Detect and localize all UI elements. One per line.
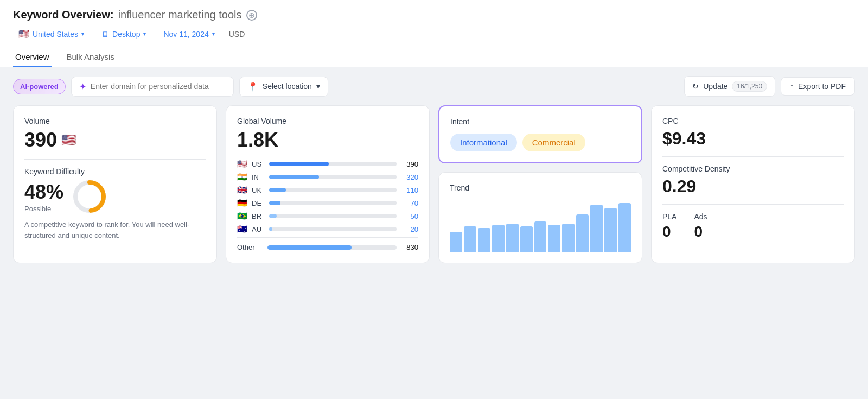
domain-input-wrapper[interactable]: ✦ (71, 77, 234, 97)
country-row: 🇬🇧 UK 110 (237, 185, 418, 195)
cpc-cd-card: CPC $9.43 Competitive Density 0.29 PLA 0… (651, 105, 855, 263)
volume-value: 390 🇺🇸 (24, 129, 206, 151)
country-bar-bg (269, 162, 397, 166)
intent-label: Intent (450, 117, 630, 126)
trend-bar (562, 224, 575, 252)
country-flag: 🇮🇳 (237, 172, 247, 182)
location-flag: 🇺🇸 (18, 29, 29, 39)
pla-value: 0 (662, 223, 676, 240)
select-location-button[interactable]: 📍 Select location ▾ (239, 77, 328, 97)
page-title-prefix: Keyword Overview: (13, 9, 114, 21)
trend-bar (604, 208, 617, 252)
country-num: 50 (401, 212, 418, 220)
country-bar-fill (269, 227, 272, 231)
kd-donut-chart (72, 179, 107, 214)
cd-value: 0.29 (662, 176, 844, 197)
country-bar-bg (269, 201, 397, 205)
intent-card: Intent Informational Commercial (438, 105, 642, 163)
page-title-query: influencer marketing tools (118, 9, 242, 21)
country-flag: 🇧🇷 (237, 211, 247, 221)
trend-bar (576, 214, 589, 252)
country-num: 390 (401, 160, 418, 168)
trend-bar (618, 203, 631, 252)
update-label: Update (703, 82, 727, 91)
country-row: 🇮🇳 IN 320 (237, 172, 418, 182)
country-num: 110 (401, 186, 418, 194)
country-bar-bg (269, 214, 397, 218)
pin-icon: 📍 (247, 81, 258, 92)
country-code: BR (252, 212, 265, 220)
refresh-icon: ↻ (692, 82, 699, 91)
country-bars-list: 🇺🇸 US 390 🇮🇳 IN 320 🇬🇧 UK 110 🇩🇪 DE 70 🇧… (237, 159, 418, 234)
update-button[interactable]: ↻ Update 16/1,250 (684, 76, 775, 97)
device-chevron-icon: ▾ (143, 31, 146, 37)
other-label: Other (237, 243, 263, 251)
country-bar-fill (269, 162, 329, 166)
location-chevron-icon: ▾ (81, 31, 84, 37)
country-flag: 🇬🇧 (237, 185, 247, 195)
export-icon: ↑ (790, 82, 794, 91)
country-bar-bg (269, 227, 397, 231)
other-bar-bg (267, 245, 397, 250)
other-num: 830 (401, 243, 418, 251)
country-num: 20 (401, 225, 418, 233)
currency-label: USD (229, 30, 245, 39)
global-volume-label: Global Volume (237, 117, 418, 125)
trend-bar (492, 225, 505, 252)
trend-bar (548, 225, 560, 252)
location-label: United States (33, 30, 78, 39)
country-code: IN (252, 173, 265, 181)
other-row: Other 830 (237, 237, 418, 251)
badge-informational: Informational (450, 134, 517, 151)
domain-input[interactable] (91, 82, 226, 91)
country-row: 🇺🇸 US 390 (237, 159, 418, 169)
cpc-label: CPC (662, 117, 844, 125)
trend-chart (450, 198, 631, 252)
country-row: 🇧🇷 BR 50 (237, 211, 418, 221)
country-bar-fill (269, 201, 280, 205)
add-keyword-icon[interactable]: ⊕ (246, 10, 257, 21)
ads-item: Ads 0 (694, 212, 707, 240)
country-code: UK (252, 186, 265, 194)
country-num: 320 (401, 173, 418, 181)
other-bar-fill (267, 245, 352, 250)
sparkle-icon: ✦ (79, 81, 86, 92)
date-label: Nov 11, 2024 (163, 30, 208, 39)
date-filter[interactable]: Nov 11, 2024 ▾ (158, 28, 220, 41)
location-placeholder: Select location (263, 82, 312, 91)
trend-bar (478, 228, 490, 252)
country-bar-fill (269, 175, 319, 179)
device-filter[interactable]: 🖥 Desktop ▾ (96, 28, 151, 41)
country-bar-bg (269, 175, 397, 179)
global-volume-card: Global Volume 1.8K 🇺🇸 US 390 🇮🇳 IN 320 🇬… (226, 105, 430, 263)
volume-label: Volume (24, 117, 206, 125)
device-icon: 🖥 (101, 30, 109, 39)
location-filter[interactable]: 🇺🇸 United States ▾ (13, 27, 90, 41)
trend-bar (590, 205, 603, 252)
ads-value: 0 (694, 223, 707, 240)
country-bar-fill (269, 214, 277, 218)
volume-kd-card: Volume 390 🇺🇸 Keyword Difficulty 48% Pos… (13, 105, 217, 263)
pla-ads-row: PLA 0 Ads 0 (662, 212, 844, 240)
volume-flag: 🇺🇸 (61, 133, 76, 147)
trend-bar (464, 226, 476, 252)
device-label: Desktop (112, 30, 140, 39)
country-flag: 🇩🇪 (237, 198, 247, 208)
pla-item: PLA 0 (662, 212, 676, 240)
country-row: 🇦🇺 AU 20 (237, 224, 418, 234)
country-num: 70 (401, 199, 418, 207)
trend-bar (450, 232, 462, 252)
tab-overview[interactable]: Overview (13, 48, 52, 67)
country-bar-fill (269, 188, 286, 192)
export-label: Export to PDF (798, 82, 846, 91)
trend-card: Trend (438, 172, 642, 263)
tab-bulk-analysis[interactable]: Bulk Analysis (65, 48, 117, 67)
export-button[interactable]: ↑ Export to PDF (781, 77, 855, 96)
pla-label: PLA (662, 212, 676, 221)
ai-badge: AI-powered (13, 79, 66, 94)
kd-label: Keyword Difficulty (24, 167, 206, 176)
trend-bar (520, 226, 533, 252)
ads-label: Ads (694, 212, 707, 221)
country-code: US (252, 160, 265, 168)
cd-label: Competitive Density (662, 164, 844, 173)
